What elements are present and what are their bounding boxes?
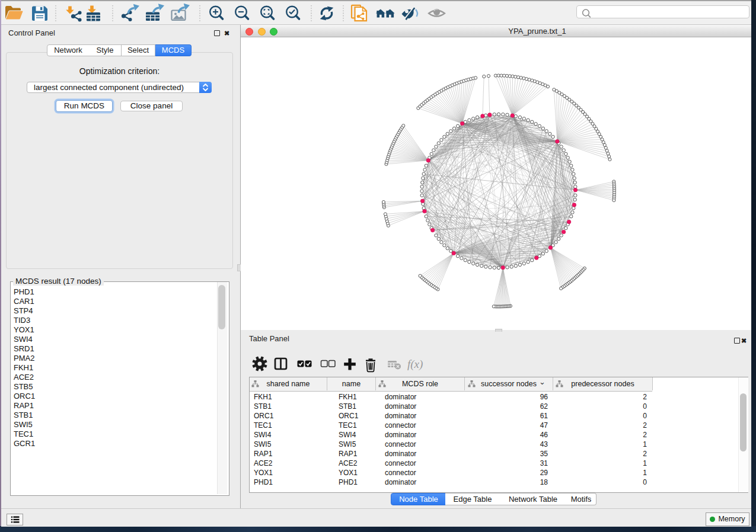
svg-text:f(x): f(x): [407, 358, 423, 371]
